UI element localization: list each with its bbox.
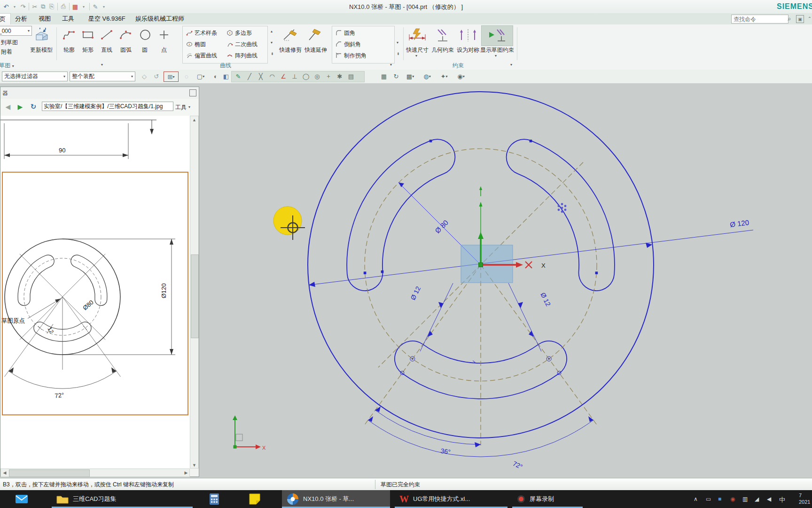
render-dropdown-icon[interactable]: ◉▾ [454, 71, 468, 81]
tab-view[interactable]: 视图 [34, 13, 55, 24]
chamfer-button[interactable]: 倒斜角 [336, 39, 361, 50]
vertical-scroll-thumb[interactable] [191, 254, 199, 338]
point-icon[interactable] [157, 28, 171, 41]
reference-image-view[interactable]: 90 [0, 116, 190, 468]
gallery-down-icon[interactable]: ▾ [397, 40, 398, 45]
scroll-down-icon[interactable]: ▼ [190, 461, 198, 469]
horizontal-scroll-thumb[interactable] [9, 469, 90, 477]
arc-icon[interactable] [118, 28, 133, 41]
wcs-triad[interactable]: X [461, 186, 546, 283]
rapid-dimension-dropdown-icon[interactable]: ▾ [415, 54, 417, 58]
sketch-name-combo[interactable]: _000▾ [0, 26, 32, 36]
rectangle-label[interactable]: 矩形 [78, 46, 98, 54]
table-snap-icon[interactable]: ▤ [346, 71, 356, 81]
constraints-group-dialog-icon[interactable]: ▾ [510, 63, 512, 67]
tab-home[interactable]: 页 [0, 13, 11, 24]
profile-icon[interactable] [62, 28, 76, 41]
fillet-button[interactable]: 圆角 [336, 27, 355, 39]
volume-icon[interactable]: ◀ [767, 496, 771, 502]
selection-filter-combo[interactable]: 无选择过滤器▾ [2, 71, 68, 81]
marquee-dropdown-icon[interactable]: ▢▾ [194, 71, 208, 81]
ellipse-button[interactable]: 椭圆 [186, 39, 206, 50]
line-label[interactable]: 直线 [96, 46, 117, 54]
arc-label[interactable]: 圆弧 [116, 46, 136, 54]
gallery-up-icon[interactable]: ▴ [271, 29, 273, 33]
record-tray-icon[interactable]: ◉ [730, 496, 735, 502]
forward-icon[interactable]: ▶ [16, 102, 25, 111]
panel-tools-button[interactable]: 工具 [175, 103, 187, 111]
deselect-icon[interactable]: ◌ [181, 71, 192, 81]
gallery-down-icon[interactable]: ▾ [271, 40, 273, 45]
polygon-button[interactable]: 多边形 [226, 27, 252, 39]
display-sketch-constraints-label[interactable]: 显示草图约束 [477, 46, 517, 54]
effects-dropdown-icon[interactable]: ✦▾ [437, 71, 451, 81]
clock[interactable]: 7 2021 [799, 492, 812, 505]
panel-horizontal-scrollbar[interactable]: ◀ ▶ [0, 468, 190, 477]
display-tray-icon[interactable]: ▭ [706, 496, 711, 502]
options-snap-icon[interactable]: ✱ [335, 71, 345, 81]
group-dialog-launcher-icon[interactable]: ▾ [101, 63, 103, 67]
grid-a-icon[interactable]: ▦ [379, 71, 389, 81]
circle-icon[interactable] [138, 28, 152, 41]
circle-label[interactable]: 圆 [135, 46, 154, 54]
taskbar-item-nx[interactable]: NX10.0 张桥 - 草... [282, 490, 390, 508]
display-sketch-constraints-dropdown-icon[interactable]: ▾ [495, 54, 497, 58]
snap-point-dropdown-icon[interactable]: ⊞▾ [164, 71, 179, 82]
ime-indicator[interactable]: 中 [779, 496, 785, 504]
shaded-view-icon[interactable]: ◐ [211, 71, 221, 81]
taskbar-item-wps[interactable]: W UG常用快捷方式.xl... [395, 490, 508, 508]
search-icon[interactable]: ⌕ [786, 15, 793, 23]
tab-xingkong[interactable]: 星空 V6.936F [84, 13, 130, 24]
calculator-taskbar-icon[interactable] [204, 490, 224, 508]
window-style-icon[interactable]: ▣ [796, 15, 804, 23]
quick-extend-icon[interactable] [305, 27, 324, 42]
sticky-notes-taskbar-icon[interactable] [244, 490, 265, 508]
highlight-toggle-icon[interactable]: ◇ [139, 71, 149, 81]
studio-spline-button[interactable]: 艺术样条 [186, 27, 217, 39]
curve-group-dialog-icon[interactable]: ▾ [390, 63, 392, 67]
sketch-snap-icon[interactable]: ✎ [233, 71, 243, 81]
display-sketch-constraints-icon[interactable] [487, 27, 508, 43]
quadrant-snap-icon[interactable]: ◎ [312, 71, 322, 81]
tab-custom[interactable]: 娱乐级机械工程师 [131, 13, 189, 24]
panel-float-icon[interactable] [189, 89, 196, 96]
make-symmetric-icon[interactable] [458, 27, 478, 43]
refresh-icon[interactable]: ↻ [29, 102, 38, 111]
grid-dropdown-icon[interactable]: ▩▾ [403, 71, 417, 81]
taskbar-item-cad-folder[interactable]: 三维CAD习题集 [52, 490, 193, 508]
conic-button[interactable]: 二次曲线 [226, 39, 258, 50]
offset-curve-button[interactable]: 偏置曲线 [186, 50, 217, 61]
attach-button[interactable]: 附着 [1, 46, 12, 57]
rectangle-icon[interactable] [81, 28, 95, 41]
app-tray-icon[interactable]: ■ [718, 496, 721, 502]
point-snap-icon[interactable]: ＋ [323, 71, 334, 81]
rapid-dimension-icon[interactable] [407, 27, 428, 43]
pattern-curve-button[interactable]: 阵列曲线 [226, 50, 258, 61]
arc-snap-icon[interactable]: ◠ [267, 71, 277, 81]
cross-snap-icon[interactable]: ╳ [256, 71, 266, 81]
panel-title-bar[interactable]: 器 [0, 87, 199, 99]
safety-tray-icon[interactable]: ▥ [742, 496, 748, 502]
gallery-expand-icon[interactable]: ⇟ [271, 52, 274, 56]
dimension-angle-36[interactable]: 36° [375, 406, 481, 456]
address-input[interactable] [42, 102, 173, 111]
scroll-up-icon[interactable]: ▲ [190, 116, 198, 124]
panel-tools-dropdown-icon[interactable]: ▾ [188, 105, 190, 109]
taskbar-item-screen-record[interactable]: 屏幕录制 [512, 490, 583, 508]
quick-trim-label[interactable]: 快速修剪 [276, 46, 304, 54]
minimize-ribbon-icon[interactable]: ⌃ [806, 15, 812, 22]
geometric-constraints-label[interactable]: 几何约束 [429, 46, 457, 54]
back-icon[interactable]: ◀ [3, 102, 13, 111]
update-model-label[interactable]: 更新模型 [27, 46, 55, 54]
selection-scope-combo[interactable]: 整个装配▾ [70, 71, 135, 81]
line-snap-icon[interactable]: ╱ [244, 71, 255, 81]
find-command-input[interactable] [731, 15, 789, 24]
network-icon[interactable]: ◢ [755, 496, 759, 502]
quick-trim-icon[interactable] [281, 27, 300, 42]
sketch-canvas[interactable]: Ø 120 Ø 80 Ø 12 Ø 12 36° 72° > [199, 83, 812, 478]
gallery-expand-icon[interactable]: ⇟ [397, 52, 400, 56]
point-label[interactable]: 点 [155, 46, 173, 54]
profile-label[interactable]: 轮廓 [59, 46, 79, 54]
make-corner-button[interactable]: 制作拐角 [336, 50, 367, 61]
circle-snap-icon[interactable]: ◯ [301, 71, 311, 81]
